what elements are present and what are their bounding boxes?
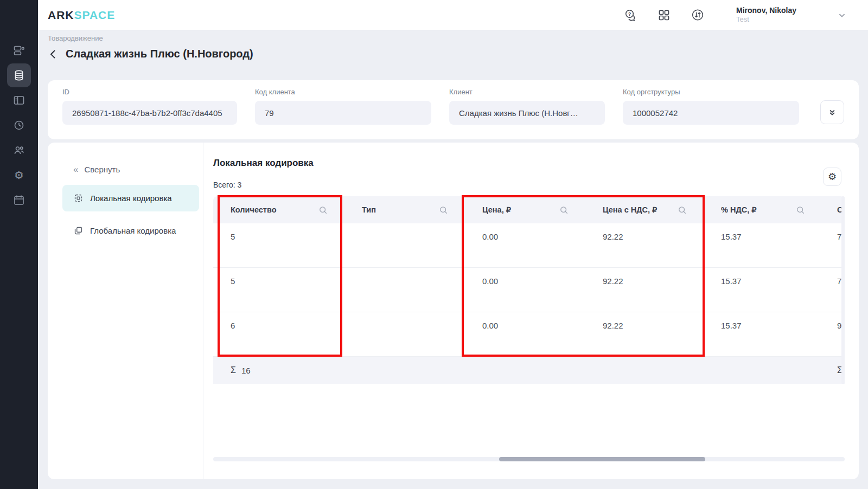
column-header-vat-percent: % НДС, ₽ xyxy=(704,205,822,215)
subnav-item-local-coding[interactable]: Локальная кодировка xyxy=(62,185,199,211)
summary-quantity-value: 16 xyxy=(241,366,251,375)
database-icon xyxy=(12,69,25,82)
cell-vat-percent: 15.37 xyxy=(704,223,822,267)
field-client-code: Код клиента 79 xyxy=(255,88,431,139)
column-label: Количество xyxy=(231,205,277,214)
cell-type xyxy=(344,268,465,312)
details-card: ID 26950871-188c-47ba-b7b2-0ff3c7da4405 … xyxy=(48,80,859,139)
search-icon[interactable] xyxy=(795,205,806,215)
table-header: Количество Тип Цена, ₽ Цена с НДС, ₽ xyxy=(213,196,845,223)
column-header-type: Тип xyxy=(344,205,465,215)
column-header-price: Цена, ₽ xyxy=(465,205,585,215)
cell-quantity: 5 xyxy=(213,268,344,312)
column-label: % НДС, ₽ xyxy=(721,205,756,214)
main-card: « Свернуть Локальная кодировка Глобальна… xyxy=(48,143,859,479)
field-id-input[interactable]: 26950871-188c-47ba-b7b2-0ff3c7da4405 xyxy=(62,101,237,125)
rail-panels-icon[interactable] xyxy=(7,88,31,112)
field-client-code-label: Код клиента xyxy=(255,88,431,96)
rail-users-icon[interactable] xyxy=(7,138,31,162)
back-button[interactable] xyxy=(48,48,59,60)
rail-calendar-icon[interactable] xyxy=(7,188,31,212)
subnav-item-global-coding[interactable]: Глобальная кодировка xyxy=(62,219,199,242)
breadcrumb[interactable]: Товародвижение xyxy=(48,34,103,42)
horizontal-scrollbar-thumb[interactable] xyxy=(499,457,705,461)
rail-database-icon[interactable] xyxy=(7,63,31,87)
cell-price: 0.00 xyxy=(465,223,585,267)
collapse-label: Свернуть xyxy=(84,165,120,174)
field-client-code-input[interactable]: 79 xyxy=(255,101,431,125)
subnav-item-label: Локальная кодировка xyxy=(90,194,172,203)
double-chevron-left-icon: « xyxy=(73,165,78,174)
brand-logo: ARKSPACE xyxy=(48,9,115,22)
help-button[interactable]: ? xyxy=(623,8,637,22)
column-label: Цена, ₽ xyxy=(482,205,511,214)
section-title: Локальная кодировка xyxy=(213,158,314,169)
field-id-label: ID xyxy=(62,88,237,96)
search-icon[interactable] xyxy=(438,205,449,215)
cell-quantity: 6 xyxy=(213,312,344,356)
cell-price: 0.00 xyxy=(465,268,585,312)
sigma-icon: Σ xyxy=(231,365,236,375)
user-role: Test xyxy=(736,15,796,24)
table-row[interactable]: 5 0.00 92.22 15.37 7 xyxy=(213,223,845,268)
field-id: ID 26950871-188c-47ba-b7b2-0ff3c7da4405 xyxy=(62,88,237,139)
subnav: « Свернуть Локальная кодировка Глобальна… xyxy=(48,143,203,479)
user-block[interactable]: Mironov, Nikolay Test xyxy=(736,6,796,24)
users-icon xyxy=(12,144,25,157)
summary-row: Σ 16 Σ xyxy=(213,357,845,384)
double-chevron-down-icon xyxy=(827,107,837,117)
table-area: Локальная кодировка Всего: 3 ⚙ Количеств… xyxy=(213,143,845,479)
transfer-button[interactable] xyxy=(691,8,705,22)
field-client-label: Клиент xyxy=(449,88,605,96)
table-settings-button[interactable]: ⚙ xyxy=(823,168,841,186)
column-label: Цена с НДС, ₽ xyxy=(603,205,657,214)
chevron-left-icon xyxy=(48,48,59,60)
time-icon xyxy=(12,119,25,132)
collapse-sidenav-button[interactable]: « Свернуть xyxy=(73,165,120,174)
topbar: ARKSPACE ? Mironov, Nikolay Test xyxy=(38,0,868,30)
cell-type xyxy=(344,223,465,267)
table-row[interactable]: 5 0.00 92.22 15.37 7 xyxy=(213,268,845,312)
calendar-icon xyxy=(12,194,25,207)
cell-price: 0.00 xyxy=(465,312,585,356)
apps-grid-icon xyxy=(658,9,671,22)
logo-space: SPACE xyxy=(74,9,116,22)
field-org-code-input[interactable]: 1000052742 xyxy=(623,101,799,125)
vertical-scrollbar[interactable] xyxy=(841,196,845,384)
svg-text:?: ? xyxy=(628,11,631,16)
global-coding-icon xyxy=(73,226,84,236)
search-icon[interactable] xyxy=(677,205,687,215)
local-coding-icon xyxy=(73,193,84,203)
cell-price-vat: 92.22 xyxy=(585,223,704,267)
rail-settings-icon[interactable]: ⚙ xyxy=(7,163,31,187)
user-name: Mironov, Nikolay xyxy=(736,6,796,16)
cell-type xyxy=(344,312,465,356)
rail-modules-icon[interactable] xyxy=(7,38,31,62)
column-label: Тип xyxy=(362,205,376,214)
user-menu-chevron[interactable] xyxy=(838,11,846,20)
modules-icon xyxy=(12,44,25,57)
search-icon[interactable] xyxy=(559,205,569,215)
cell-vat-percent: 15.37 xyxy=(704,312,822,356)
logo-ark: ARK xyxy=(48,9,74,22)
cell-price-vat: 92.22 xyxy=(585,312,704,356)
subnav-item-label: Глобальная кодировка xyxy=(90,226,176,235)
horizontal-scrollbar-track[interactable] xyxy=(213,457,845,461)
gear-icon: ⚙ xyxy=(14,170,24,181)
summary-quantity: Σ 16 xyxy=(213,365,344,375)
cell-quantity: 5 xyxy=(213,223,344,267)
field-client-input[interactable]: Сладкая жизнь Плюс (Н.Новг… xyxy=(449,101,605,125)
rail-time-icon[interactable] xyxy=(7,113,31,137)
apps-button[interactable] xyxy=(657,8,671,22)
cell-vat-percent: 15.37 xyxy=(704,268,822,312)
field-org-code: Код оргструктуры 1000052742 xyxy=(623,88,799,139)
gear-icon: ⚙ xyxy=(828,172,837,182)
help-chat-icon: ? xyxy=(623,8,637,22)
field-org-code-label: Код оргструктуры xyxy=(623,88,799,96)
app-rail: ⚙ xyxy=(0,0,38,489)
table-row[interactable]: 6 0.00 92.22 15.37 9 xyxy=(213,312,845,357)
cell-price-vat: 92.22 xyxy=(585,268,704,312)
table-body: 5 0.00 92.22 15.37 7 5 0.00 92.22 15.37 … xyxy=(213,223,845,357)
search-icon[interactable] xyxy=(318,205,328,215)
expand-details-button[interactable] xyxy=(820,100,844,124)
